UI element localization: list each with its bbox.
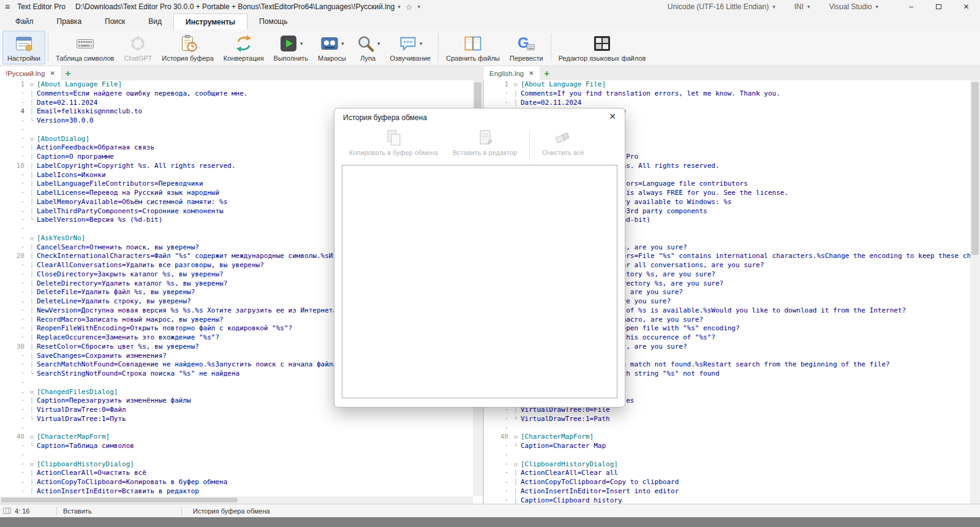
editor-line[interactable]: ·│Comments=If you find translation error… bbox=[484, 89, 970, 99]
editor-line[interactable]: ·│Date=02.11.2024 bbox=[484, 99, 970, 108]
editor-line[interactable]: 1⊟[About Language File] bbox=[484, 80, 970, 89]
chevron-down-icon[interactable]: ▾ bbox=[377, 40, 380, 47]
code-fold-marker[interactable]: │ bbox=[27, 396, 37, 406]
encoding-select[interactable]: Unicode (UTF-16 Little Endian)▾ bbox=[668, 2, 778, 11]
code-fold-marker[interactable]: └ bbox=[27, 216, 37, 225]
path-dropdown-icon[interactable]: ▾ bbox=[398, 4, 401, 10]
menu-item-search[interactable]: Поиск bbox=[93, 13, 137, 29]
toolbar-magnifier-button[interactable]: ▾Лупа bbox=[351, 31, 385, 64]
code-fold-marker[interactable]: │ bbox=[27, 297, 37, 306]
right-vertical-scrollbar[interactable] bbox=[970, 80, 980, 504]
toolbar-translate-button[interactable]: GПеревести bbox=[505, 31, 548, 64]
code-fold-marker[interactable]: │ bbox=[27, 180, 37, 189]
code-fold-marker[interactable] bbox=[27, 451, 37, 460]
close-tab-icon[interactable]: ✕ bbox=[50, 70, 55, 77]
code-fold-marker[interactable]: │ bbox=[27, 487, 37, 496]
editor-line[interactable]: ·└Caption=Character Map bbox=[484, 442, 970, 451]
code-fold-marker[interactable] bbox=[27, 379, 37, 388]
toolbar-convert-button[interactable]: Конвертация bbox=[219, 31, 269, 64]
code-fold-marker[interactable]: ⊟ bbox=[27, 234, 37, 243]
editor-line[interactable]: · bbox=[484, 451, 970, 460]
code-fold-marker[interactable]: │ bbox=[511, 89, 521, 99]
editor-line[interactable]: ·│ActionInsertInEditor=Insert into edito… bbox=[484, 487, 970, 496]
toolbar-lang-editor-button[interactable]: Редактор языковых файлов bbox=[554, 31, 651, 64]
code-fold-marker[interactable]: │ bbox=[27, 99, 37, 108]
filetype-select[interactable]: INI▾ bbox=[794, 2, 813, 11]
editor-line[interactable]: · bbox=[484, 424, 970, 433]
toolbar-settings-button[interactable]: Настройки bbox=[2, 31, 45, 64]
menu-item-tools[interactable]: Инструменты bbox=[173, 13, 247, 29]
chevron-down-icon[interactable]: ▾ bbox=[420, 40, 423, 47]
toolbar-chatgpt-button[interactable]: ChatGPT bbox=[119, 31, 157, 64]
code-fold-marker[interactable]: │ bbox=[27, 153, 37, 162]
editor-line[interactable]: · bbox=[0, 451, 473, 460]
editor-line[interactable]: -│ActionCopyToClipboard=Копировать в буф… bbox=[0, 478, 473, 487]
editor-line[interactable]: ·└VirtualDrawTree:1=Path bbox=[484, 415, 970, 424]
chevron-down-icon[interactable]: ▾ bbox=[300, 40, 303, 47]
editor-line[interactable]: -│ActionCopyToClipboard=Copy to clipboar… bbox=[484, 478, 970, 487]
code-fold-marker[interactable]: │ bbox=[27, 189, 37, 198]
editor-line[interactable]: ·│ActionClearAll=Очистить всё bbox=[0, 469, 473, 478]
menu-item-edit[interactable]: Правка bbox=[45, 13, 94, 29]
close-button[interactable]: ✕ bbox=[952, 0, 980, 13]
menu-item-help[interactable]: Помощь bbox=[247, 13, 299, 29]
code-fold-marker[interactable]: └ bbox=[27, 116, 37, 126]
toolbar-clipboard-history-button[interactable]: История буфера bbox=[157, 31, 219, 64]
code-fold-marker[interactable] bbox=[27, 424, 37, 433]
code-fold-marker[interactable]: └ bbox=[511, 415, 521, 424]
code-fold-marker[interactable]: │ bbox=[511, 487, 521, 496]
editor-line[interactable]: ·│ActionInsertInEditor=Вставить в редакт… bbox=[0, 487, 473, 496]
code-fold-marker[interactable]: ⊟ bbox=[511, 433, 521, 442]
code-fold-marker[interactable] bbox=[511, 424, 521, 433]
minimize-button[interactable]: – bbox=[897, 0, 925, 13]
new-tab-button[interactable]: + bbox=[61, 66, 75, 80]
code-fold-marker[interactable]: │ bbox=[27, 406, 37, 415]
code-fold-marker[interactable] bbox=[511, 451, 521, 460]
insert-mode-indicator[interactable]: Вставить bbox=[57, 507, 181, 515]
tab-russian-lng[interactable]: !Русский.lng ✕ bbox=[0, 66, 61, 80]
code-fold-marker[interactable]: │ bbox=[27, 270, 37, 279]
code-fold-marker[interactable]: │ bbox=[27, 171, 37, 180]
theme-select[interactable]: Visual Studio▾ bbox=[829, 2, 881, 11]
editor-line[interactable]: ·│Comments=Если найдете ошибку перевода,… bbox=[0, 89, 473, 99]
code-fold-marker[interactable]: │ bbox=[27, 143, 37, 153]
code-fold-marker[interactable]: │ bbox=[27, 343, 37, 352]
editor-line[interactable]: ·│ActionClearAll=Clear all bbox=[484, 469, 970, 478]
code-fold-marker[interactable]: │ bbox=[511, 496, 521, 504]
left-horizontal-scrollbar[interactable] bbox=[0, 496, 473, 504]
editor-line[interactable]: ·└VirtualDrawTree:1=Путь bbox=[0, 415, 473, 424]
editor-line[interactable]: ·│Caption=Clipboard history bbox=[484, 496, 970, 504]
editor-line[interactable]: 1⊟[About Language File] bbox=[0, 80, 473, 89]
maximize-button[interactable] bbox=[925, 0, 952, 13]
code-fold-marker[interactable]: ⊟ bbox=[27, 135, 37, 144]
code-fold-marker[interactable]: │ bbox=[27, 261, 37, 270]
toolbar-charmap-button[interactable]: Таблица символов bbox=[51, 31, 119, 64]
code-fold-marker[interactable]: ⊟ bbox=[27, 433, 37, 442]
code-fold-marker[interactable]: ⊟ bbox=[27, 460, 37, 469]
toolbar-macros-button[interactable]: ▾Макросы bbox=[313, 31, 351, 64]
editor-line[interactable]: ·⊟[ClipboardHistoryDialog] bbox=[484, 460, 970, 469]
editor-line[interactable]: 40⊟[CharacterMapForm] bbox=[0, 433, 473, 442]
code-fold-marker[interactable]: └ bbox=[27, 442, 37, 451]
editor-line[interactable]: ·│Date=02.11.2024 bbox=[0, 99, 473, 108]
code-fold-marker[interactable]: │ bbox=[27, 316, 37, 325]
copy-to-clipboard-button[interactable]: Копировать в буфер обмена bbox=[342, 128, 445, 164]
hamburger-menu-icon[interactable]: ≡ bbox=[5, 2, 10, 12]
code-fold-marker[interactable]: │ bbox=[511, 99, 521, 108]
toolbar-speech-button[interactable]: ▾Озвучивание bbox=[385, 31, 435, 64]
scrollbar-thumb[interactable] bbox=[1, 498, 238, 502]
insert-in-editor-button[interactable]: Вставить в редактор bbox=[445, 128, 524, 164]
code-fold-marker[interactable]: │ bbox=[27, 352, 37, 361]
code-fold-marker[interactable]: └ bbox=[27, 370, 37, 379]
scrollbar-thumb[interactable] bbox=[971, 82, 979, 255]
code-fold-marker[interactable]: ⊟ bbox=[511, 80, 521, 89]
code-fold-marker[interactable]: └ bbox=[27, 415, 37, 424]
code-fold-marker[interactable]: │ bbox=[27, 478, 37, 487]
editor-line[interactable]: 40⊟[CharacterMapForm] bbox=[484, 433, 970, 442]
code-fold-marker[interactable]: │ bbox=[27, 89, 37, 99]
toolbar-run-button[interactable]: ▾Выполнить bbox=[269, 31, 313, 64]
chevron-down-icon[interactable]: ▾ bbox=[341, 40, 344, 47]
code-fold-marker[interactable]: │ bbox=[27, 360, 37, 370]
code-fold-marker[interactable]: │ bbox=[27, 107, 37, 116]
clipboard-history-list[interactable] bbox=[342, 165, 617, 398]
